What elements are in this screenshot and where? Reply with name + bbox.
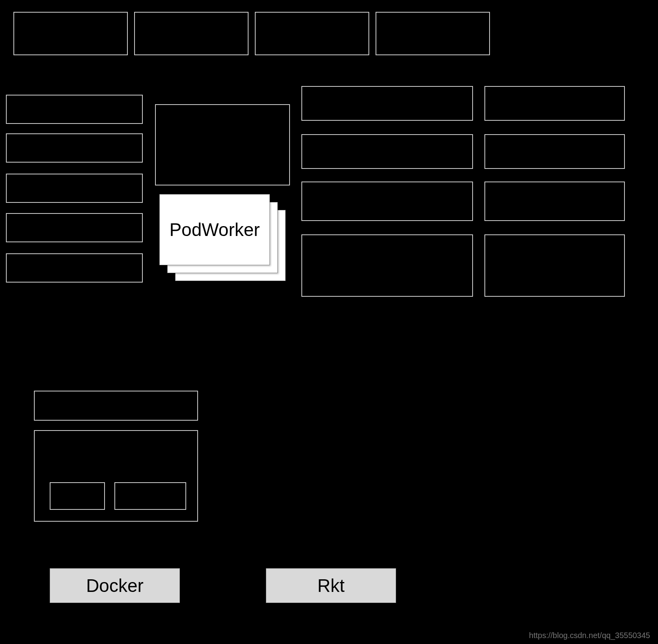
center-box (155, 104, 290, 185)
podworker-card-front: PodWorker (159, 194, 270, 265)
right-col1-box-1 (301, 86, 473, 121)
right-col1-box-4 (301, 234, 473, 297)
left-box-4 (6, 213, 143, 242)
right-col2-box-2 (484, 134, 625, 169)
top-box-1 (13, 12, 128, 55)
podworker-label: PodWorker (169, 219, 260, 240)
left-box-1 (6, 95, 143, 124)
docker-box: Docker (50, 568, 180, 603)
watermark-text: https://blog.csdn.net/qq_35550345 (529, 631, 650, 640)
lower-container-box (34, 430, 198, 522)
right-col1-box-2 (301, 134, 473, 169)
right-col1-box-3 (301, 182, 473, 221)
lower-inner-box-1 (50, 482, 105, 510)
rkt-box: Rkt (266, 568, 396, 603)
left-box-3 (6, 174, 143, 203)
top-box-3 (255, 12, 369, 55)
lower-top-box (34, 391, 198, 421)
rkt-label: Rkt (318, 575, 345, 596)
top-box-2 (134, 12, 249, 55)
right-col2-box-3 (484, 182, 625, 221)
left-box-2 (6, 133, 143, 163)
right-col2-box-4 (484, 234, 625, 297)
docker-label: Docker (86, 575, 144, 596)
top-box-4 (376, 12, 490, 55)
right-col2-box-1 (484, 86, 625, 121)
lower-inner-box-2 (114, 482, 186, 510)
left-box-5 (6, 253, 143, 283)
